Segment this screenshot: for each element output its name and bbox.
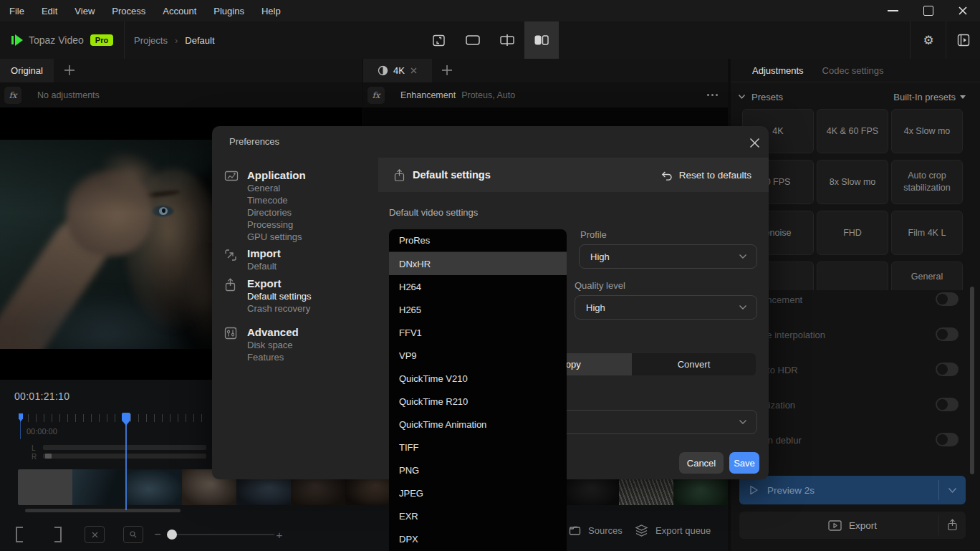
tab-adjustments[interactable]: Adjustments xyxy=(752,65,804,76)
enhancement-toggle[interactable] xyxy=(936,292,959,306)
preset-tile[interactable]: 4x Slow mo xyxy=(891,109,963,153)
audio-convert-option[interactable]: Convert xyxy=(632,353,756,375)
zoom-to-fit-button[interactable] xyxy=(123,527,143,542)
sidebar-item-import-default[interactable]: Default xyxy=(247,260,277,272)
motion-deblur-toggle[interactable] xyxy=(936,433,959,446)
codec-option[interactable]: TIFF xyxy=(389,436,567,459)
save-button[interactable]: Save xyxy=(729,452,759,474)
audio-track-left[interactable] xyxy=(43,445,206,450)
menu-view[interactable]: View xyxy=(75,6,105,16)
mark-out-button[interactable] xyxy=(54,527,62,542)
sidebar-section-import[interactable]: Import xyxy=(247,247,281,259)
cancel-button[interactable]: Cancel xyxy=(679,452,724,474)
sidebar-section-application[interactable]: Application xyxy=(247,169,306,181)
zoom-in-button[interactable]: + xyxy=(274,527,285,542)
menu-process[interactable]: Process xyxy=(112,6,155,16)
codec-option[interactable]: EXR xyxy=(389,504,567,527)
chevron-down-icon[interactable] xyxy=(948,487,957,494)
export-icon xyxy=(394,169,405,181)
preset-tile[interactable]: General xyxy=(891,262,963,290)
codec-option[interactable]: JPEG xyxy=(389,481,567,504)
view-mode-side-by-side-button[interactable] xyxy=(524,21,559,59)
codec-option[interactable]: DNxHR xyxy=(389,252,567,275)
codec-option[interactable]: H264 xyxy=(389,275,567,298)
sidebar-item-timecode[interactable]: Timecode xyxy=(247,194,288,206)
sdr-to-hdr-toggle[interactable] xyxy=(936,363,959,376)
preset-tile[interactable]: 4K & 60 FPS xyxy=(817,109,888,153)
codec-select-value[interactable]: ProRes xyxy=(389,229,567,252)
menu-plugins[interactable]: Plugins xyxy=(213,6,254,16)
menu-file[interactable]: File xyxy=(9,6,34,16)
codec-option[interactable]: QuickTime Animation xyxy=(389,413,567,436)
sidebar-section-export[interactable]: Export xyxy=(247,277,282,289)
minimize-icon xyxy=(888,10,898,11)
add-view-button-center[interactable] xyxy=(441,64,453,77)
preset-tile[interactable]: Auto crop stabilization xyxy=(891,160,963,204)
sidebar-section-advanced[interactable]: Advanced xyxy=(247,326,299,338)
sidebar-item-gpu-settings[interactable]: GPU settings xyxy=(247,231,302,243)
chevron-down-icon[interactable] xyxy=(738,94,746,100)
profile-select[interactable]: High xyxy=(579,244,757,269)
preview-button[interactable]: Preview 2s xyxy=(739,476,966,504)
preset-tile[interactable]: FHD xyxy=(817,211,888,255)
zoom-out-button[interactable]: − xyxy=(152,527,163,542)
codec-option[interactable]: QuickTime V210 xyxy=(389,367,567,390)
preset-tile[interactable] xyxy=(817,262,888,290)
timeline-ruler[interactable] xyxy=(20,414,208,422)
stabilization-toggle[interactable] xyxy=(936,398,959,411)
frame-interpolation-toggle[interactable] xyxy=(936,327,959,341)
single-view-icon xyxy=(466,35,480,45)
panel-toggle-button[interactable] xyxy=(946,21,980,59)
sidebar-item-crash-recovery[interactable]: Crash recovery xyxy=(247,302,310,315)
breadcrumb-projects[interactable]: Projects xyxy=(134,35,168,46)
settings-button[interactable]: ⚙ xyxy=(910,21,946,59)
tab-close-icon[interactable] xyxy=(410,67,418,75)
panel-vertical-scrollbar[interactable] xyxy=(970,287,974,474)
reset-to-defaults-button[interactable]: Reset to defaults xyxy=(660,170,751,181)
sidebar-item-directories[interactable]: Directories xyxy=(247,206,292,219)
window-close-button[interactable] xyxy=(948,0,977,21)
codec-option[interactable]: PNG xyxy=(389,459,567,481)
quality-level-select[interactable]: High xyxy=(575,295,757,320)
codec-option[interactable]: FFV1 xyxy=(389,321,567,344)
tab-codec-settings[interactable]: Codec settings xyxy=(822,65,884,76)
sources-button[interactable]: Sources xyxy=(569,524,623,537)
preset-tile[interactable]: Film 4K L xyxy=(891,211,963,255)
sidebar-item-features[interactable]: Features xyxy=(247,351,284,363)
menu-account[interactable]: Account xyxy=(163,6,206,16)
tab-4k[interactable]: 4K xyxy=(363,59,432,82)
track-right-label: R xyxy=(32,453,37,461)
menu-help[interactable]: Help xyxy=(261,6,291,16)
sidebar-item-default-settings[interactable]: Default settings xyxy=(247,290,312,302)
sidebar-item-processing[interactable]: Processing xyxy=(247,219,293,231)
export-button[interactable]: Export xyxy=(739,512,966,539)
preset-tile[interactable]: 8x Slow mo xyxy=(817,160,888,204)
side-by-side-view-icon xyxy=(534,35,549,45)
view-mode-split-button[interactable] xyxy=(490,21,524,59)
sidebar-item-general[interactable]: General xyxy=(247,182,280,194)
zoom-slider-knob[interactable] xyxy=(167,530,177,540)
clear-marks-button[interactable] xyxy=(85,527,105,542)
window-maximize-button[interactable] xyxy=(914,0,943,21)
codec-option[interactable]: H265 xyxy=(389,298,567,321)
timeline-zoom-slider[interactable] xyxy=(170,534,274,535)
timeline-horizontal-scrollbar[interactable] xyxy=(25,509,181,512)
menu-edit[interactable]: Edit xyxy=(42,6,67,16)
dialog-close-button[interactable] xyxy=(746,135,762,150)
tab-original[interactable]: Original xyxy=(0,59,54,82)
sidebar-item-disk-space[interactable]: Disk space xyxy=(247,339,293,351)
presets-source-selector[interactable]: Built-In presets xyxy=(893,92,966,102)
share-icon[interactable] xyxy=(947,519,958,531)
profile-label: Profile xyxy=(580,229,607,240)
mark-in-button[interactable] xyxy=(16,527,23,542)
export-queue-button[interactable]: Export queue xyxy=(635,524,711,537)
more-options-icon[interactable] xyxy=(707,94,718,96)
view-mode-crop-button[interactable] xyxy=(421,21,456,59)
view-mode-single-button[interactable] xyxy=(456,21,490,59)
codec-option[interactable]: QuickTime R210 xyxy=(389,390,567,413)
codec-option[interactable]: VP9 xyxy=(389,344,567,367)
window-minimize-button[interactable] xyxy=(878,0,907,21)
codec-option[interactable]: DPX xyxy=(389,527,567,550)
audio-track-right[interactable] xyxy=(43,454,206,459)
add-view-button-left[interactable] xyxy=(63,64,76,77)
